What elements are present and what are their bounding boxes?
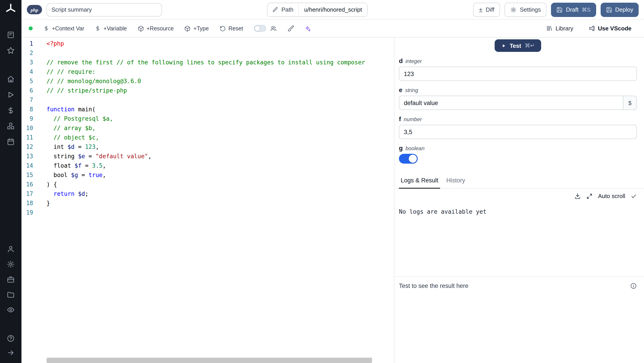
code-line[interactable]: 10 // array $b,: [22, 123, 394, 133]
code-line[interactable]: 5// // monolog/monolog@3.6.0: [22, 76, 394, 86]
user-icon[interactable]: [7, 245, 15, 253]
code-text: // Postgresql $a,: [33, 114, 113, 123]
diff-button[interactable]: ± Diff: [473, 2, 500, 17]
star-icon[interactable]: [7, 46, 15, 54]
code-text: function main(: [33, 105, 96, 114]
field-f-input[interactable]: [399, 125, 637, 139]
line-number: 7: [22, 95, 33, 105]
add-context-var-button[interactable]: +Context Var: [44, 25, 84, 31]
code-line[interactable]: 19: [22, 208, 394, 217]
calendar-icon[interactable]: [7, 138, 15, 146]
code-text: return $d;: [33, 189, 88, 198]
deploy-button[interactable]: Deploy: [600, 2, 639, 17]
path-edit[interactable]: Path: [268, 3, 298, 16]
toggle-knob: [255, 26, 260, 31]
field-f-label: f number: [399, 115, 637, 123]
field-e-input[interactable]: [399, 96, 637, 110]
insert-variable-button[interactable]: $: [623, 96, 636, 109]
info-icon[interactable]: [630, 283, 637, 289]
add-resource-label: +Resource: [146, 25, 174, 31]
field-d-label: d integer: [399, 57, 637, 65]
settings-button[interactable]: Settings: [505, 2, 547, 17]
code-line[interactable]: 13 string $e = "default value",: [22, 152, 394, 161]
package-icon: [138, 25, 144, 31]
library-label: Library: [556, 25, 573, 32]
download-logs-icon[interactable]: [574, 193, 581, 199]
code-line[interactable]: 15 bool $g = true,: [22, 170, 394, 180]
sidebar-group-top: [7, 31, 15, 54]
logs-empty-message: No logs are available yet: [399, 208, 637, 215]
windmill-logo[interactable]: [5, 3, 16, 15]
add-variable-button[interactable]: +Variable: [95, 25, 127, 31]
line-number: 4: [22, 67, 33, 76]
toolbox-icon[interactable]: [7, 275, 15, 283]
gear-icon[interactable]: [7, 260, 15, 268]
tab-logs-result[interactable]: Logs & Result: [399, 177, 440, 189]
code-line[interactable]: 11 // object $c,: [22, 133, 394, 142]
field-name: g: [399, 144, 403, 152]
sparkles-icon: [304, 25, 310, 31]
code-text: // remove the first // of the following …: [33, 58, 365, 67]
test-button[interactable]: Test ⌘↵: [494, 39, 541, 52]
auto-scroll-check-icon[interactable]: [630, 193, 637, 199]
code-text: int $d = 123,: [33, 142, 99, 152]
boxes-icon[interactable]: [7, 122, 15, 130]
workspace-icon[interactable]: [7, 31, 15, 39]
code-line[interactable]: 12 int $d = 123,: [22, 142, 394, 152]
horizontal-scrollbar[interactable]: [46, 358, 372, 363]
reset-button[interactable]: Reset: [220, 25, 243, 31]
eye-icon[interactable]: [7, 306, 15, 314]
library-icon: [546, 25, 553, 32]
ai-assistant-button[interactable]: [304, 25, 310, 31]
use-vscode-button[interactable]: Use VScode: [588, 25, 632, 32]
add-type-button[interactable]: +Type: [184, 25, 209, 31]
dollar-icon[interactable]: [7, 106, 15, 114]
code-line[interactable]: 3// remove the first // of the following…: [22, 58, 394, 67]
code-line[interactable]: 16) {: [22, 180, 394, 189]
home-icon[interactable]: [7, 75, 15, 83]
gear-icon: [510, 6, 517, 13]
code-line[interactable]: 14 float $f = 3.5,: [22, 161, 394, 170]
field-g: g boolean: [399, 144, 637, 164]
summary-input[interactable]: [46, 3, 162, 16]
draft-button[interactable]: Draft ⌘S: [551, 2, 596, 17]
code-line[interactable]: 18}: [22, 198, 394, 208]
help-icon[interactable]: [7, 334, 15, 343]
field-d-input[interactable]: [399, 67, 637, 81]
status-dot: [28, 26, 33, 30]
library-button[interactable]: Library: [546, 25, 573, 32]
add-type-label: +Type: [194, 25, 209, 31]
line-number: 14: [22, 161, 33, 170]
collaboration-toggle[interactable]: [254, 25, 266, 32]
code-line[interactable]: 8function main(: [22, 105, 394, 114]
code-line[interactable]: 1<?php: [22, 39, 394, 48]
code-line[interactable]: 2: [22, 48, 394, 58]
code-line[interactable]: 17 return $d;: [22, 189, 394, 198]
field-e: e string $: [399, 86, 637, 110]
code-line[interactable]: 9 // Postgresql $a,: [22, 114, 394, 123]
code-line[interactable]: 7: [22, 95, 394, 105]
collaboration-controls: [254, 25, 276, 32]
line-number: 18: [22, 198, 33, 208]
play-icon[interactable]: [7, 91, 15, 99]
deploy-label: Deploy: [615, 6, 633, 13]
code-line[interactable]: 6// // stripe/stripe-php: [22, 86, 394, 95]
line-number: 17: [22, 189, 33, 198]
format-code-button[interactable]: [287, 25, 294, 31]
path-label: Path: [282, 6, 294, 13]
expand-logs-icon[interactable]: [586, 193, 593, 199]
tab-history[interactable]: History: [444, 177, 467, 189]
field-g-toggle[interactable]: [399, 154, 418, 164]
auto-scroll-label[interactable]: Auto scroll: [598, 193, 625, 199]
dollar-icon: [95, 25, 101, 31]
path-control[interactable]: Path u/henri/honored_script: [267, 2, 368, 17]
users-icon[interactable]: [270, 25, 276, 32]
arrow-right-icon[interactable]: [7, 349, 15, 357]
folder-icon[interactable]: [7, 291, 15, 299]
add-resource-button[interactable]: +Resource: [138, 25, 174, 31]
code-line[interactable]: 4// // require:: [22, 67, 394, 76]
toggle-knob: [409, 155, 417, 163]
code-editor[interactable]: 1<?php23// remove the first // of the fo…: [22, 37, 394, 363]
path-value[interactable]: u/henri/honored_script: [298, 3, 368, 16]
code-text: [33, 208, 46, 217]
